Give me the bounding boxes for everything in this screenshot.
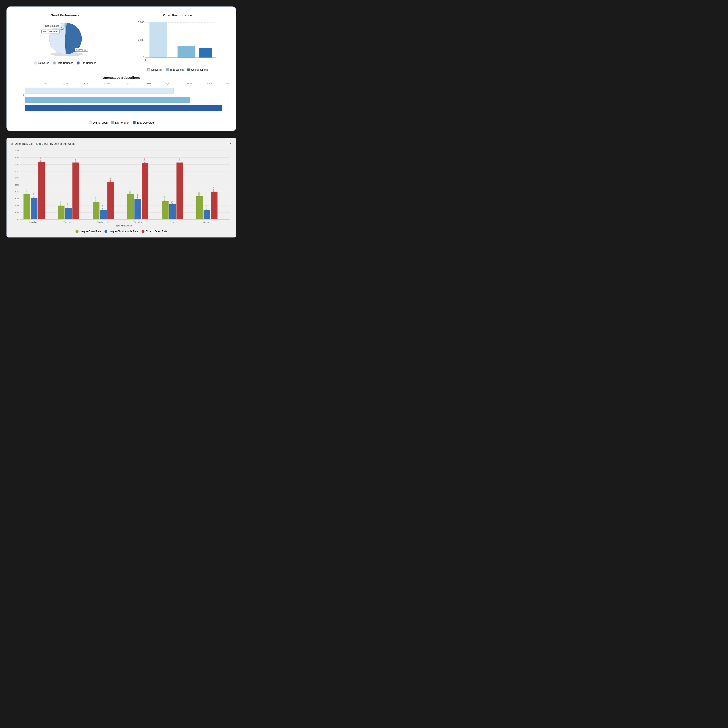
- svg-text:53.9814%: 53.9814%: [109, 177, 111, 185]
- legend-item-did-not-open: Did not open: [89, 121, 108, 124]
- unengaged-section: Unengaged Subscribers 0 500 1,000 1,500 …: [13, 76, 229, 124]
- svg-text:Tuesday: Tuesday: [63, 221, 71, 223]
- legend-item-unique-opens: Unique Opens: [187, 68, 208, 71]
- top-card: Send Performance: [6, 6, 236, 131]
- svg-text:50%: 50%: [15, 184, 19, 186]
- svg-text:33.7209%: 33.7209%: [198, 191, 200, 199]
- bar-unique-opens: [199, 48, 212, 58]
- svg-text:30%: 30%: [15, 197, 19, 200]
- svg-text:20.1613%: 20.1613%: [60, 201, 62, 208]
- svg-text:22.176%: 22.176%: [171, 200, 173, 206]
- bottom-card: ✉ Open rate, CTR, and CTOR by Day of the…: [6, 138, 236, 238]
- open-performance-section: Open Performance 5,000 2,500 0 0: [126, 13, 229, 71]
- pie-chart-container: Soft Bounces Hard Bounces Delivered: [41, 19, 89, 58]
- svg-text:100%: 100%: [14, 149, 19, 151]
- svg-text:0: 0: [145, 59, 146, 61]
- svg-text:0: 0: [23, 93, 24, 96]
- legend-label-unique-opens: Unique Opens: [191, 68, 208, 71]
- legend-label-unique-ctr: Unique Clickthrough Rate: [109, 230, 138, 233]
- svg-text:90%: 90%: [15, 156, 19, 159]
- legend-item-unique-open-rate: Unique Open Rate: [75, 230, 101, 233]
- svg-text:40.3941%: 40.3941%: [213, 187, 215, 194]
- legend-label-total-delivered: Total Delivered: [137, 121, 154, 124]
- open-performance-title: Open Performance: [163, 13, 192, 17]
- unengaged-chart: 0 500 1,000 1,500 2,000 2,500 3,000 3,50…: [13, 81, 229, 119]
- svg-text:Thursday: Thursday: [133, 221, 142, 223]
- legend-item-soft-bounces: Soft Bounces: [76, 61, 96, 64]
- svg-text:0: 0: [24, 83, 25, 85]
- svg-text:82.6575%: 82.6575%: [74, 158, 76, 165]
- svg-text:Day of the Week: Day of the Week: [116, 224, 133, 226]
- bottom-card-title-text: Open rate, CTR, and CTOR by Day of the W…: [15, 142, 75, 145]
- svg-text:37.0576%: 37.0576%: [25, 189, 27, 196]
- unengaged-title: Unengaged Subscribers: [13, 76, 229, 80]
- svg-text:82.6655%: 82.6655%: [178, 158, 180, 165]
- legend-label-soft-bounces: Soft Bounces: [81, 61, 96, 64]
- svg-text:40%: 40%: [15, 190, 19, 193]
- bottom-card-title-row: ✉ Open rate, CTR, and CTOR by Day of the…: [11, 142, 75, 145]
- svg-text:5,000: 5,000: [226, 83, 229, 85]
- send-performance-section: Send Performance: [13, 13, 117, 71]
- svg-text:70%: 70%: [15, 170, 19, 172]
- svg-text:2,000: 2,000: [104, 83, 110, 85]
- svg-text:10%: 10%: [15, 211, 19, 214]
- legend-dot-unique-open-rate: [75, 230, 78, 233]
- legend-label-total-opens: Total Opens: [170, 68, 184, 71]
- svg-text:31.0882%: 31.0882%: [32, 193, 35, 200]
- legend-label-delivered: Delivered: [38, 61, 49, 64]
- bottom-card-controls[interactable]: — ✕: [226, 142, 232, 145]
- legend-dot-click-to-open: [142, 230, 145, 233]
- bottom-card-legend: Unique Open Rate Unique Clickthrough Rat…: [11, 230, 232, 233]
- svg-text:82.0775%: 82.0775%: [144, 158, 145, 166]
- bar-sun-open: [196, 196, 203, 219]
- grouped-bar-chart: 0% 10% 20% 30% 40% 50% 60% 70% 80% 90% 1…: [11, 148, 232, 227]
- legend-dot-delivered: [34, 61, 37, 64]
- svg-text:25.7333%: 25.7333%: [95, 197, 96, 205]
- legend-color-op-delivered: [147, 68, 150, 71]
- svg-text:83.8917%: 83.8917%: [40, 157, 42, 164]
- bottom-card-header: ✉ Open rate, CTR, and CTOR by Day of the…: [11, 142, 232, 145]
- svg-text:13.8912%: 13.8912%: [102, 205, 104, 213]
- svg-text:4,000: 4,000: [187, 83, 192, 85]
- unengaged-legend: Did not open Did not click Total Deliver…: [13, 121, 229, 124]
- legend-label-hard-bounces: Hard Bounces: [57, 61, 73, 64]
- legend-item-click-to-open: Click to Open Rate: [142, 230, 167, 233]
- bar-thu-ctr: [135, 199, 141, 219]
- svg-text:13.6213%: 13.6213%: [205, 205, 207, 213]
- legend-dot-soft-bounces: [76, 61, 80, 64]
- bar-delivered: [150, 23, 167, 58]
- svg-text:1,500: 1,500: [84, 83, 89, 85]
- send-performance-legend: Delivered Hard Bounces Soft Bounces: [34, 61, 96, 64]
- hard-bounces-label: Hard Bounces: [41, 29, 60, 34]
- svg-text:Sunday: Sunday: [203, 221, 211, 223]
- bar-total-delivered: [24, 105, 222, 111]
- bar-wed-ctor: [107, 182, 114, 219]
- svg-text:Friday: Friday: [170, 221, 176, 223]
- soft-bounces-label: Soft Bounces: [44, 24, 61, 28]
- legend-color-unique-opens: [187, 68, 190, 71]
- svg-text:1,000: 1,000: [63, 83, 68, 85]
- svg-text:0: 0: [143, 56, 144, 58]
- svg-text:2,500: 2,500: [138, 38, 144, 41]
- svg-text:5,000: 5,000: [138, 21, 144, 23]
- legend-label-did-not-click: Did not click: [115, 121, 129, 124]
- bar-tue-ctor: [72, 162, 79, 219]
- bar-did-not-click: [24, 97, 190, 102]
- svg-text:29.9846%: 29.9846%: [136, 194, 138, 202]
- legend-item-total-delivered: Total Delivered: [133, 121, 154, 124]
- svg-text:0%: 0%: [16, 218, 19, 220]
- top-charts-row: Send Performance: [13, 13, 229, 71]
- svg-text:60%: 60%: [15, 177, 19, 179]
- open-performance-chart: 5,000 2,500 0 0: [136, 19, 219, 67]
- legend-dot-unique-ctr: [104, 230, 107, 233]
- bar-did-not-open: [24, 88, 173, 93]
- bar-fri-ctor: [176, 162, 183, 219]
- open-performance-legend: Delivered Total Opens Unique Opens: [147, 68, 208, 71]
- legend-color-total-opens: [166, 68, 169, 71]
- legend-color-total-delivered: [133, 121, 136, 124]
- legend-label-op-delivered: Delivered: [151, 68, 162, 71]
- legend-item-op-delivered: Delivered: [147, 68, 162, 71]
- send-performance-title: Send Performance: [51, 13, 80, 17]
- svg-text:500: 500: [44, 83, 47, 85]
- bar-sun-ctor: [211, 191, 217, 219]
